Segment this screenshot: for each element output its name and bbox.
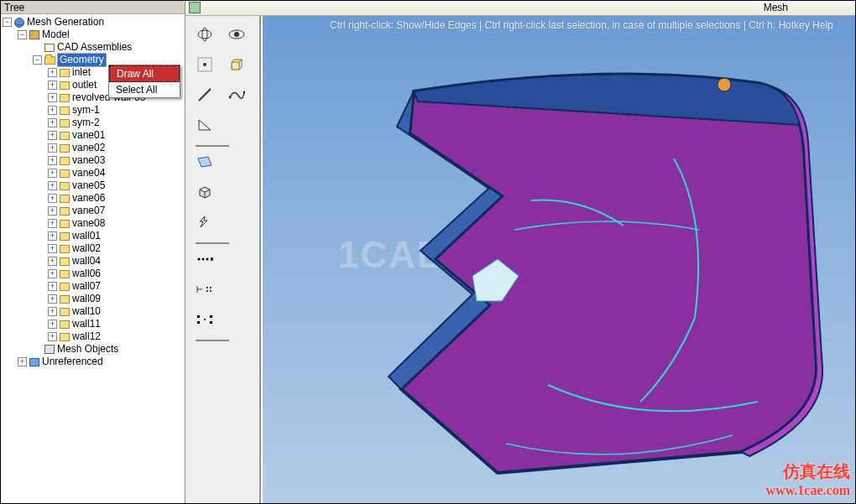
tree-node-model[interactable]: − Model	[3, 29, 185, 41]
tree-label: Geometry	[57, 53, 107, 67]
tree-label: wall09	[71, 293, 102, 305]
handles-tool-icon[interactable]	[194, 309, 216, 330]
menu-item-draw-all[interactable]: Draw All	[109, 65, 180, 82]
geometry-render	[321, 49, 842, 486]
expand-icon[interactable]: +	[18, 357, 27, 366]
tree-label: wall10	[71, 305, 102, 318]
tree-node-geometry-item[interactable]: +wall01	[3, 230, 185, 242]
tree-label: wall07	[71, 280, 102, 293]
dots-tool-icon[interactable]	[194, 249, 216, 269]
expand-icon[interactable]: +	[48, 282, 57, 291]
tree-node-geometry-item[interactable]: +sym-2	[3, 117, 185, 129]
tree-label: Model	[41, 29, 70, 41]
solid-tool-icon[interactable]	[194, 182, 216, 202]
svg-point-1	[202, 28, 207, 41]
tree-node-geometry-item[interactable]: +wall07	[3, 280, 185, 293]
tree-node-geometry-item[interactable]: +vane05	[3, 179, 185, 192]
tree-node-geometry-item[interactable]: +vane01	[3, 129, 185, 142]
box-tool-icon[interactable]	[226, 55, 248, 75]
expand-icon[interactable]: −	[3, 18, 12, 27]
tree-node-geometry-item[interactable]: +vane07	[3, 205, 185, 217]
orbit-tool-icon[interactable]	[194, 24, 216, 44]
tree-node-geometry-item[interactable]: +wall09	[3, 293, 185, 305]
expand-icon[interactable]: +	[48, 257, 57, 266]
eye-tool-icon[interactable]	[226, 24, 248, 44]
tree-label: CAD Assemblies	[56, 41, 133, 54]
svg-line-6	[199, 89, 211, 101]
expand-icon[interactable]: +	[48, 169, 57, 178]
surface-icon	[60, 295, 70, 304]
tree-label: vane01	[71, 129, 106, 142]
expand-icon[interactable]: +	[48, 181, 57, 190]
tree-label: vane06	[71, 192, 106, 205]
expand-icon[interactable]: +	[48, 320, 57, 329]
expand-icon[interactable]: +	[48, 131, 57, 140]
tree-node-root[interactable]: − Mesh Generation	[3, 16, 185, 29]
tree-label: wall12	[71, 330, 102, 343]
svg-point-9	[198, 258, 201, 261]
tree-node-geometry-item[interactable]: +wall02	[3, 242, 185, 255]
surface-icon	[60, 182, 70, 190]
tree-label: wall06	[71, 268, 102, 280]
tree-node-geometry-item[interactable]: +vane03	[3, 154, 185, 167]
shatter-tool-icon[interactable]	[194, 212, 216, 232]
tree-node-geometry-item[interactable]: +wall04	[3, 255, 185, 268]
tree-header: Tree	[1, 1, 185, 14]
tree-node-mesh-objects[interactable]: Mesh Objects	[3, 343, 185, 356]
expand-icon[interactable]: +	[48, 332, 57, 341]
expand-icon[interactable]: +	[48, 206, 57, 216]
expand-icon[interactable]: +	[48, 93, 57, 102]
point-tool-icon[interactable]	[194, 55, 216, 75]
tree-node-geometry-item[interactable]: +vane02	[3, 142, 185, 154]
expand-icon[interactable]: +	[48, 219, 57, 228]
tree-node-unreferenced[interactable]: + Unreferenced	[3, 356, 185, 368]
line-tool-icon[interactable]	[194, 85, 216, 105]
tree-label: vane05	[71, 179, 106, 192]
tree-node-assemblies[interactable]: CAD Assemblies	[3, 41, 185, 54]
surface-icon	[60, 195, 70, 203]
surface-icon	[60, 308, 70, 316]
expand-icon[interactable]: +	[48, 68, 57, 77]
viewport-3d[interactable]: Ctrl right-click: Show/Hide Edges | Ctrl…	[261, 16, 855, 503]
expand-icon[interactable]: +	[48, 81, 57, 90]
tree-node-geometry-item[interactable]: +wall12	[3, 330, 185, 343]
watermark-brand: 仿真在线 www.1cae.com	[766, 460, 850, 498]
surface-icon	[60, 283, 70, 291]
tree-node-geometry-item[interactable]: +vane04	[3, 167, 185, 179]
titlebar-slot-icon	[189, 2, 201, 13]
tree-node-geometry-item[interactable]: +wall11	[3, 318, 185, 330]
expand-icon[interactable]: +	[48, 194, 57, 203]
triangle-tool-icon[interactable]	[194, 115, 216, 135]
expand-icon[interactable]: −	[33, 55, 42, 65]
expand-icon[interactable]: +	[48, 143, 57, 153]
surface-icon	[60, 245, 70, 253]
tree-node-geometry-item[interactable]: +vane06	[3, 192, 185, 205]
plane-tool-icon[interactable]	[194, 152, 216, 172]
expand-icon[interactable]: +	[48, 307, 57, 316]
expand-icon[interactable]: −	[18, 30, 27, 39]
expand-icon[interactable]: +	[48, 244, 57, 253]
svg-rect-17	[197, 315, 200, 318]
expand-icon[interactable]: +	[48, 294, 57, 304]
expand-icon[interactable]: +	[48, 118, 57, 127]
tree-label: wall01	[71, 230, 102, 242]
surface-icon	[60, 270, 70, 278]
viewport-titlebar: Mesh	[185, 1, 855, 16]
separator-icon	[196, 145, 249, 148]
tree-node-geometry-item[interactable]: +sym-1	[3, 104, 185, 117]
menu-item-select-all[interactable]: Select All	[109, 82, 180, 97]
expand-icon[interactable]: +	[48, 269, 57, 278]
assembly-icon	[44, 44, 55, 52]
expand-icon[interactable]: +	[48, 231, 57, 241]
tree-node-geometry-item[interactable]: +wall10	[3, 305, 185, 318]
expand-icon[interactable]: +	[48, 156, 57, 165]
expand-icon[interactable]: +	[48, 106, 57, 115]
viewport-hint-text: Ctrl right-click: Show/Hide Edges | Ctrl…	[330, 19, 833, 31]
bracket-tool-icon[interactable]	[194, 279, 216, 299]
tree-node-geometry-item[interactable]: +wall06	[3, 268, 185, 280]
context-menu: Draw All Select All	[108, 65, 180, 98]
curve-tool-icon[interactable]	[226, 85, 248, 105]
tree-node-geometry-item[interactable]: +vane08	[3, 217, 185, 230]
surface-icon	[60, 157, 70, 165]
surface-icon	[60, 333, 70, 341]
